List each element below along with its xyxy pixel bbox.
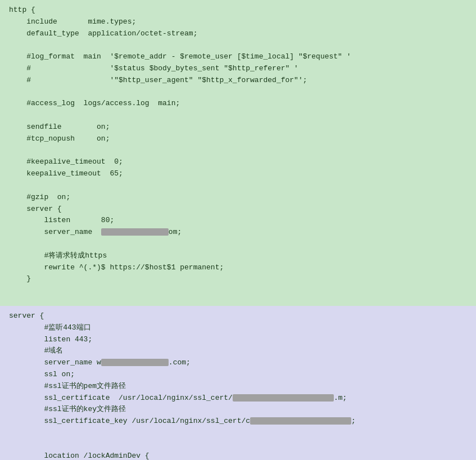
code-line: #将请求转成https [9, 250, 467, 262]
code-line: server_name om; [9, 227, 467, 238]
code-line: # '$status $body_bytes_sent "$http_refer… [9, 63, 467, 75]
code-line: # '"$http_user_agent" "$http_x_forwarded… [9, 75, 467, 87]
code-line: server { [9, 204, 467, 215]
code-line: server { [9, 310, 467, 322]
code-line: listen 80; [9, 215, 467, 227]
code-line: #ssl证书的key文件路径 [9, 404, 467, 416]
redacted-server-name [101, 228, 169, 236]
code-line: #keepalive_timeout 0; [9, 156, 467, 168]
code-line: #监听443端口 [9, 322, 467, 334]
code-line: rewrite ^(.*)$ https://$host$1 permanent… [9, 262, 467, 274]
code-line: #域名 [9, 345, 467, 357]
code-line [9, 439, 467, 451]
code-line: } [9, 273, 467, 285]
code-line [9, 87, 467, 98]
code-container: http { include mime.types; default_type … [0, 0, 476, 460]
code-line: #gzip on; [9, 192, 467, 204]
code-line: server_name w .com; [9, 357, 467, 369]
code-line: ssl on; [9, 369, 467, 381]
code-line [9, 110, 467, 121]
code-line [9, 145, 467, 157]
code-line: keepalive_timeout 65; [9, 168, 467, 180]
redacted-cert-path [233, 394, 334, 402]
code-line: #access_log logs/access.log main; [9, 98, 467, 110]
code-line: include mime.types; [9, 16, 467, 28]
code-line: #log_format main '$remote_addr - $remote… [9, 51, 467, 63]
code-line: location /lockAdminDev { [9, 450, 467, 460]
code-line: listen 443; [9, 334, 467, 346]
redacted-server-name-2 [101, 359, 169, 366]
code-line: ssl_certificate /usr/local/nginx/ssl_cer… [9, 393, 467, 404]
code-line [9, 238, 467, 250]
redacted-key-path [250, 417, 351, 425]
code-line: #ssl证书的pem文件路径 [9, 381, 467, 393]
code-line [9, 180, 467, 192]
section-highlighted: server { #监听443端口 listen 443; #域名 server… [0, 306, 476, 460]
section-top: http { include mime.types; default_type … [0, 0, 476, 306]
code-line [9, 285, 467, 297]
code-line: ssl_certificate_key /usr/local/nginx/ssl… [9, 416, 467, 427]
code-line [9, 39, 467, 51]
code-line: http { [9, 4, 467, 16]
code-line: default_type application/octet-stream; [9, 28, 467, 40]
code-line: sendfile on; [9, 121, 467, 133]
code-line: #tcp_nopush on; [9, 133, 467, 145]
code-line [9, 427, 467, 439]
